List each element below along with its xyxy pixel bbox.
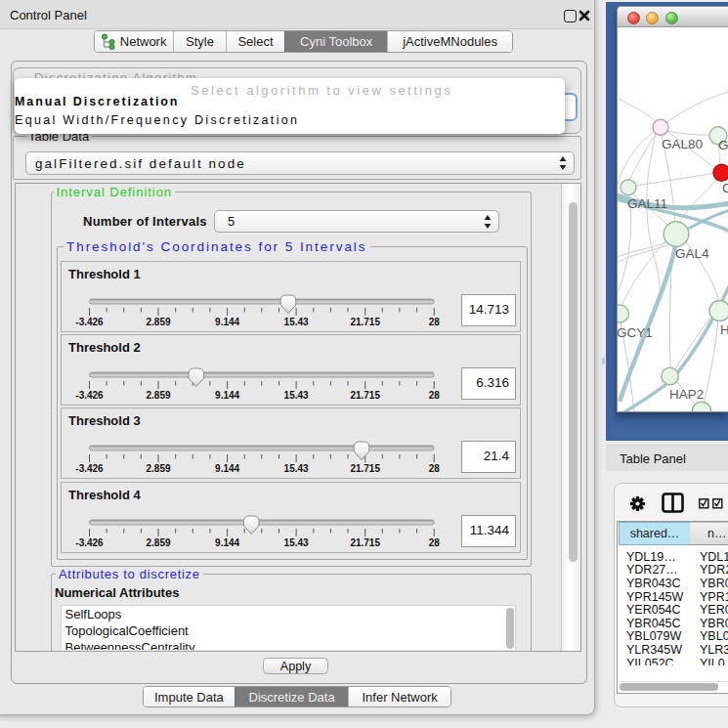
svg-text:21.715: 21.715 xyxy=(350,463,380,474)
svg-text:15.43: 15.43 xyxy=(284,463,309,474)
svg-text:9.144: 9.144 xyxy=(215,537,239,548)
svg-text:15.43: 15.43 xyxy=(284,537,309,548)
svg-text:21.715: 21.715 xyxy=(350,390,380,401)
svg-text:-3.426: -3.426 xyxy=(75,537,104,548)
svg-text:28: 28 xyxy=(429,317,441,327)
svg-text:2.859: 2.859 xyxy=(146,317,170,327)
svg-text:15.43: 15.43 xyxy=(284,390,309,401)
svg-text:2.859: 2.859 xyxy=(146,537,170,548)
svg-text:H: H xyxy=(720,322,728,337)
svg-text:9.144: 9.144 xyxy=(215,317,239,327)
svg-text:21.715: 21.715 xyxy=(350,537,380,548)
svg-text:-3.426: -3.426 xyxy=(75,390,104,401)
svg-text:2.859: 2.859 xyxy=(146,463,170,474)
svg-text:HAP2: HAP2 xyxy=(669,387,704,402)
svg-text:GCY1: GCY1 xyxy=(618,325,653,340)
svg-text:GAL4: GAL4 xyxy=(675,246,709,261)
svg-text:-3.426: -3.426 xyxy=(75,463,104,474)
svg-text:28: 28 xyxy=(429,537,441,548)
svg-text:GAL11: GAL11 xyxy=(627,196,667,211)
svg-text:GAL80: GAL80 xyxy=(662,137,703,151)
svg-text:9.144: 9.144 xyxy=(215,390,239,401)
svg-text:GA: GA xyxy=(718,138,728,152)
svg-text:C: C xyxy=(722,181,728,195)
svg-text:2.859: 2.859 xyxy=(146,390,170,401)
svg-text:9.144: 9.144 xyxy=(215,463,239,474)
svg-text:28: 28 xyxy=(429,390,441,401)
svg-text:21.715: 21.715 xyxy=(350,317,380,327)
svg-text:15.43: 15.43 xyxy=(284,317,309,327)
svg-text:-3.426: -3.426 xyxy=(75,317,104,327)
svg-text:28: 28 xyxy=(429,463,441,474)
